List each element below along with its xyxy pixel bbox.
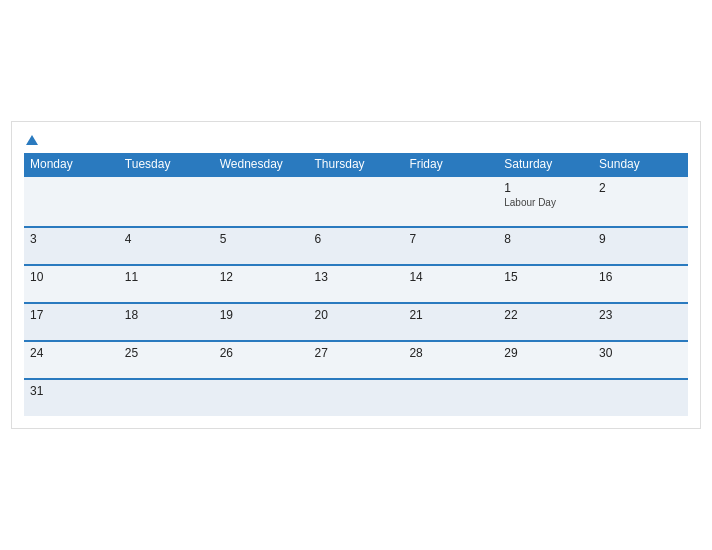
calendar-cell: 25: [119, 341, 214, 379]
calendar-cell: 8: [498, 227, 593, 265]
day-number: 29: [504, 346, 587, 360]
calendar-cell: 2: [593, 176, 688, 227]
day-number: 30: [599, 346, 682, 360]
calendar-cell: 19: [214, 303, 309, 341]
calendar-cell: 7: [403, 227, 498, 265]
day-number: 25: [125, 346, 208, 360]
day-number: 7: [409, 232, 492, 246]
day-number: 5: [220, 232, 303, 246]
calendar-cell: 16: [593, 265, 688, 303]
day-number: 2: [599, 181, 682, 195]
calendar-cell: [593, 379, 688, 416]
day-number: 3: [30, 232, 113, 246]
calendar-cell: 28: [403, 341, 498, 379]
calendar-cell: 15: [498, 265, 593, 303]
calendar-cell: 30: [593, 341, 688, 379]
day-number: 28: [409, 346, 492, 360]
calendar-cell: [24, 176, 119, 227]
weekday-header-thursday: Thursday: [309, 153, 404, 176]
calendar-cell: [214, 379, 309, 416]
calendar-cell: 27: [309, 341, 404, 379]
calendar-cell: [309, 379, 404, 416]
weekday-header-saturday: Saturday: [498, 153, 593, 176]
week-row-2: 3456789: [24, 227, 688, 265]
week-row-5: 24252627282930: [24, 341, 688, 379]
calendar-cell: 14: [403, 265, 498, 303]
day-number: 6: [315, 232, 398, 246]
calendar-cell: 10: [24, 265, 119, 303]
calendar-cell: [119, 176, 214, 227]
logo: [24, 132, 38, 146]
calendar-cell: 31: [24, 379, 119, 416]
calendar-cell: 29: [498, 341, 593, 379]
day-number: 22: [504, 308, 587, 322]
day-number: 10: [30, 270, 113, 284]
calendar-cell: 9: [593, 227, 688, 265]
logo-general-line: [24, 132, 38, 146]
calendar-cell: 13: [309, 265, 404, 303]
calendar-cell: 20: [309, 303, 404, 341]
weekday-header-sunday: Sunday: [593, 153, 688, 176]
day-number: 12: [220, 270, 303, 284]
week-row-1: 1Labour Day2: [24, 176, 688, 227]
weekday-header-monday: Monday: [24, 153, 119, 176]
weekday-header-row: MondayTuesdayWednesdayThursdayFridaySatu…: [24, 153, 688, 176]
day-number: 14: [409, 270, 492, 284]
calendar-cell: [403, 176, 498, 227]
day-number: 27: [315, 346, 398, 360]
calendar-cell: 23: [593, 303, 688, 341]
calendar-cell: [309, 176, 404, 227]
holiday-label: Labour Day: [504, 197, 587, 208]
calendar-header: [24, 132, 688, 146]
logo-triangle-icon: [26, 135, 38, 145]
day-number: 18: [125, 308, 208, 322]
day-number: 21: [409, 308, 492, 322]
calendar-cell: 1Labour Day: [498, 176, 593, 227]
calendar-cell: [119, 379, 214, 416]
day-number: 23: [599, 308, 682, 322]
calendar-cell: 22: [498, 303, 593, 341]
calendar-cell: 17: [24, 303, 119, 341]
calendar-cell: 5: [214, 227, 309, 265]
day-number: 24: [30, 346, 113, 360]
day-number: 9: [599, 232, 682, 246]
day-number: 26: [220, 346, 303, 360]
day-number: 20: [315, 308, 398, 322]
week-row-4: 17181920212223: [24, 303, 688, 341]
day-number: 4: [125, 232, 208, 246]
day-number: 31: [30, 384, 113, 398]
calendar-cell: 6: [309, 227, 404, 265]
calendar-cell: 3: [24, 227, 119, 265]
week-row-6: 31: [24, 379, 688, 416]
calendar-cell: 18: [119, 303, 214, 341]
calendar-cell: [214, 176, 309, 227]
day-number: 1: [504, 181, 587, 195]
calendar-cell: [498, 379, 593, 416]
calendar-wrapper: MondayTuesdayWednesdayThursdayFridaySatu…: [11, 121, 701, 428]
day-number: 16: [599, 270, 682, 284]
day-number: 15: [504, 270, 587, 284]
calendar-cell: 11: [119, 265, 214, 303]
calendar-cell: 26: [214, 341, 309, 379]
week-row-3: 10111213141516: [24, 265, 688, 303]
day-number: 19: [220, 308, 303, 322]
weekday-header-friday: Friday: [403, 153, 498, 176]
calendar-cell: 12: [214, 265, 309, 303]
day-number: 17: [30, 308, 113, 322]
weekday-header-tuesday: Tuesday: [119, 153, 214, 176]
calendar-cell: 24: [24, 341, 119, 379]
calendar-table: MondayTuesdayWednesdayThursdayFridaySatu…: [24, 153, 688, 416]
calendar-cell: 21: [403, 303, 498, 341]
weekday-header-wednesday: Wednesday: [214, 153, 309, 176]
day-number: 13: [315, 270, 398, 284]
day-number: 11: [125, 270, 208, 284]
day-number: 8: [504, 232, 587, 246]
calendar-cell: [403, 379, 498, 416]
calendar-cell: 4: [119, 227, 214, 265]
